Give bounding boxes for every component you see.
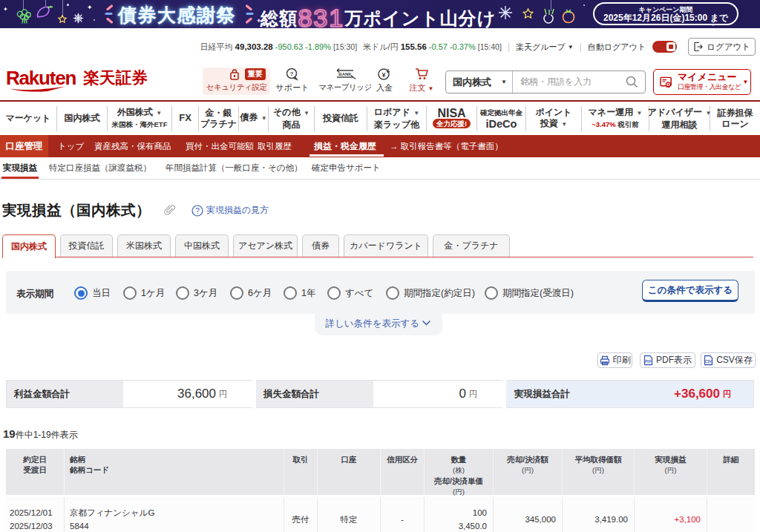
svg-text:¥: ¥: [381, 71, 385, 79]
svg-text:PDF: PDF: [645, 360, 652, 364]
svg-text:?: ?: [195, 206, 200, 214]
svg-text:CSV: CSV: [705, 360, 712, 364]
svg-text:?: ?: [290, 70, 294, 77]
svg-text:BANK: BANK: [338, 72, 352, 76]
